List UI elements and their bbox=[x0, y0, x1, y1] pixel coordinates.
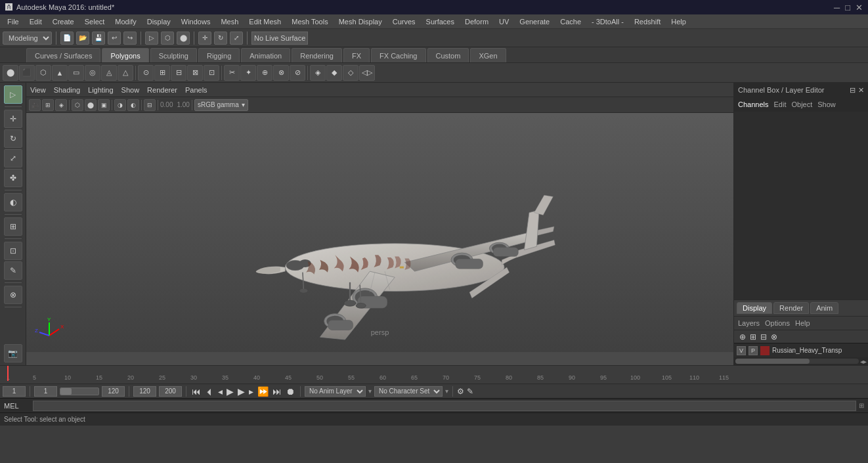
iso-btn[interactable]: ◈ bbox=[55, 99, 67, 111]
menu-item-create[interactable]: Create bbox=[48, 16, 79, 27]
bevel-icon-btn[interactable]: ⊠ bbox=[187, 65, 203, 81]
layer-visibility-toggle[interactable]: V bbox=[737, 346, 746, 355]
universal-btn[interactable]: ✤ bbox=[4, 169, 22, 187]
cube-icon-btn[interactable]: ⬛ bbox=[19, 65, 35, 81]
frame-range-slider[interactable] bbox=[60, 387, 99, 395]
save-file-btn[interactable]: 💾 bbox=[92, 32, 105, 45]
menu-item-curves[interactable]: Curves bbox=[388, 16, 420, 27]
record-btn[interactable]: ⏺ bbox=[284, 386, 296, 397]
add-layer-icon[interactable]: ⊕ bbox=[738, 332, 747, 342]
menu-item-mesh-tools[interactable]: Mesh Tools bbox=[287, 16, 332, 27]
merge-icon-btn[interactable]: ⊕ bbox=[257, 65, 272, 81]
insert-icon-btn[interactable]: ✦ bbox=[240, 65, 256, 81]
prism-icon-btn[interactable]: ◬ bbox=[101, 65, 117, 81]
edit-tab[interactable]: Edit bbox=[773, 100, 786, 108]
minimize-icon[interactable]: ─ bbox=[834, 3, 840, 12]
lasso-tool-btn[interactable]: ⊡ bbox=[4, 242, 22, 260]
go-end-btn[interactable]: ⏭ bbox=[271, 386, 283, 397]
separate-icon-btn[interactable]: ◈ bbox=[310, 65, 326, 81]
range-end-input[interactable] bbox=[133, 386, 156, 397]
script-icon[interactable]: ✎ bbox=[467, 387, 473, 396]
redo-btn[interactable]: ↪ bbox=[123, 32, 137, 45]
show-tab[interactable]: Show bbox=[817, 100, 836, 108]
menu-item-mesh-display[interactable]: Mesh Display bbox=[334, 16, 387, 27]
menu-item-redshift[interactable]: Redshift bbox=[630, 16, 665, 27]
tab-sculpting[interactable]: Sculpting bbox=[150, 48, 197, 62]
mirror-icon-btn[interactable]: ◁▷ bbox=[359, 65, 375, 81]
end-frame-input[interactable] bbox=[102, 386, 125, 397]
menu-item-help[interactable]: Help bbox=[666, 16, 691, 27]
menu-item-edit[interactable]: Edit bbox=[25, 16, 47, 27]
tab-curves-surfaces[interactable]: Curves / Surfaces bbox=[26, 48, 100, 62]
vp-menu-show[interactable]: Show bbox=[121, 86, 140, 94]
menu-item-generate[interactable]: Generate bbox=[515, 16, 554, 27]
rotate-btn[interactable]: ↻ bbox=[214, 32, 227, 45]
restore-icon[interactable]: □ bbox=[845, 3, 850, 12]
vp-menu-panels[interactable]: Panels bbox=[185, 86, 207, 94]
go-start-btn[interactable]: ⏮ bbox=[190, 386, 202, 397]
viewport[interactable]: View Shading Lighting Show Renderer Pane… bbox=[26, 83, 733, 365]
play-fwd-btn[interactable]: ▶ bbox=[236, 386, 246, 397]
shadow-btn[interactable]: ◑ bbox=[114, 99, 126, 111]
channels-tab[interactable]: Channels bbox=[738, 100, 768, 108]
scroll-thumb[interactable] bbox=[735, 359, 810, 364]
lasso-btn[interactable]: ⬡ bbox=[161, 32, 174, 45]
menu-item-modify[interactable]: Modify bbox=[110, 16, 141, 27]
vp-menu-renderer[interactable]: Renderer bbox=[147, 86, 177, 94]
gamma-selector[interactable]: sRGB gamma ▾ bbox=[194, 99, 248, 111]
anim-layer-select[interactable]: No Anim Layer bbox=[305, 386, 366, 397]
menu-item---3dtoall--[interactable]: - 3DtoAll - bbox=[587, 16, 628, 27]
torus-icon-btn[interactable]: ◎ bbox=[85, 65, 100, 81]
modeling-mode-select[interactable]: Modeling bbox=[3, 32, 52, 45]
translate-btn[interactable]: ✛ bbox=[4, 110, 22, 128]
preferences-icon[interactable]: ⚙ bbox=[457, 387, 464, 396]
move-btn[interactable]: ✛ bbox=[198, 32, 211, 45]
append-icon-btn[interactable]: ⊗ bbox=[273, 65, 289, 81]
menu-item-file[interactable]: File bbox=[3, 16, 24, 27]
scale-tool-btn[interactable]: ⤢ bbox=[4, 149, 22, 167]
prev-frame-btn[interactable]: ◂ bbox=[217, 386, 224, 397]
menu-item-windows[interactable]: Windows bbox=[177, 16, 215, 27]
paint-btn[interactable]: ⬤ bbox=[177, 32, 190, 45]
combine-icon-btn[interactable]: ◆ bbox=[326, 65, 342, 81]
show-manip-btn[interactable]: ⊞ bbox=[4, 217, 22, 236]
options-menu[interactable]: Options bbox=[765, 319, 790, 327]
menu-item-display[interactable]: Display bbox=[142, 16, 175, 27]
play-back-btn[interactable]: ▶ bbox=[225, 386, 235, 397]
layer-playback-toggle[interactable]: P bbox=[749, 346, 758, 355]
tab-animation[interactable]: Animation bbox=[241, 48, 290, 62]
panel-close-icon[interactable]: ✕ bbox=[858, 86, 864, 95]
new-file-btn[interactable]: 📄 bbox=[60, 32, 74, 45]
menu-item-deform[interactable]: Deform bbox=[460, 16, 493, 27]
start-frame-input[interactable] bbox=[34, 386, 57, 397]
fit-btn[interactable]: ⊞ bbox=[42, 99, 54, 111]
timeline[interactable]: 1 5 10 15 20 25 30 35 40 45 50 55 60 65 … bbox=[0, 365, 868, 384]
total-end-input[interactable] bbox=[159, 386, 182, 397]
tab-rendering[interactable]: Rendering bbox=[292, 48, 342, 62]
open-file-btn[interactable]: 📂 bbox=[76, 32, 89, 45]
close-icon[interactable]: ✕ bbox=[856, 3, 863, 12]
grid-btn[interactable]: ⊟ bbox=[144, 99, 156, 111]
vp-menu-view[interactable]: View bbox=[30, 86, 46, 94]
vp-menu-lighting[interactable]: Lighting bbox=[88, 86, 114, 94]
plane-icon-btn[interactable]: ▭ bbox=[68, 65, 84, 81]
ao-btn[interactable]: ◐ bbox=[127, 99, 139, 111]
anim-tab[interactable]: Anim bbox=[810, 302, 838, 314]
render-tab[interactable]: Render bbox=[773, 302, 809, 314]
camera-btn[interactable]: 📷 bbox=[4, 344, 22, 363]
mel-input[interactable] bbox=[33, 401, 856, 411]
layers-menu[interactable]: Layers bbox=[738, 319, 760, 327]
menu-item-cache[interactable]: Cache bbox=[555, 16, 586, 27]
character-select[interactable]: No Character Set bbox=[374, 386, 443, 397]
rotate-tool-btn[interactable]: ↻ bbox=[4, 129, 22, 148]
mel-script-editor-icon[interactable]: ⊞ bbox=[859, 402, 864, 409]
soft-sel-btn[interactable]: ◐ bbox=[4, 193, 22, 211]
ring-icon-btn[interactable]: ⊙ bbox=[138, 65, 154, 81]
layer-icon4[interactable]: ⊗ bbox=[770, 332, 779, 342]
wire-btn[interactable]: ⬡ bbox=[72, 99, 83, 111]
scroll-right-icon[interactable]: ▸ bbox=[863, 358, 867, 365]
titlebar-controls[interactable]: ─ □ ✕ bbox=[834, 3, 863, 12]
extrude-icon-btn[interactable]: ⊟ bbox=[171, 65, 186, 81]
menu-item-surfaces[interactable]: Surfaces bbox=[422, 16, 459, 27]
step-back-btn[interactable]: ⏴ bbox=[204, 386, 215, 397]
